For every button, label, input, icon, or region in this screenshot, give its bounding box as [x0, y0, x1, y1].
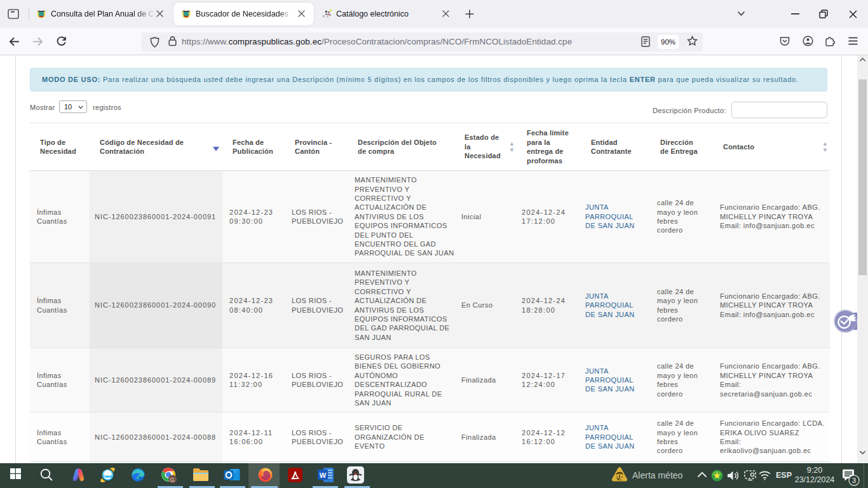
svg-text:G: G — [170, 476, 175, 483]
svg-text:3: 3 — [852, 477, 856, 484]
svg-text:W: W — [320, 471, 327, 479]
